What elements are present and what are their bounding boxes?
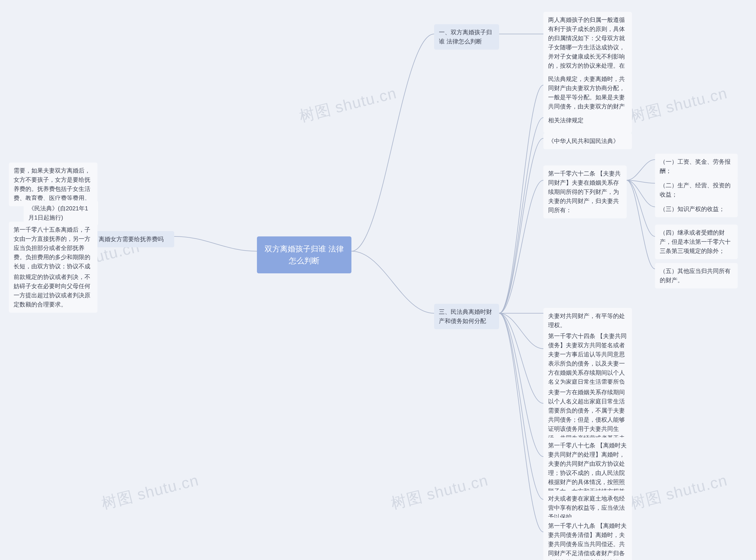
b2-leaf-1[interactable]: 需要，如果夫妻双方离婚后，女方不要孩子，女方是要给抚养费的。抚养费包括子女生活费… [9,162,98,206]
branch-1[interactable]: 一、双方离婚孩子归谁 法律怎么判断 [434,24,499,49]
b3-sub-4[interactable]: （四）继承或者受赠的财产，但是本法第一千零六十三条第三项规定的除外； [655,225,738,259]
watermark: 树图 shutu.cn [389,470,490,514]
b3-leaf-4[interactable]: 第一千零六十二条 【夫妻共同财产】夫妻在婚姻关系存续期间所得的下列财产，为夫妻的… [543,165,627,218]
b3-leaf-10[interactable]: 第一千零八十九条 【离婚时夫妻共同债务清偿】离婚时，夫妻共同债务应当共同偿还。共… [543,518,632,560]
b3-leaf-2[interactable]: 相关法律规定 [543,112,632,128]
branch-3[interactable]: 三、民法典离婚时财产和债务如何分配 [434,304,499,329]
mindmap-canvas: 树图 shutu.cn 树图 shutu.cn 树图 shutu.cn 树图 s… [0,0,756,560]
b3-sub-5[interactable]: （五）其他应当归共同所有的财产。 [655,263,738,288]
b3-sub-1[interactable]: （一）工资、奖金、劳务报酬； [655,154,738,179]
b3-sub-2[interactable]: （二）生产、经营、投资的收益； [655,177,738,203]
b3-sub-3[interactable]: （三）知识产权的收益； [655,201,738,217]
watermark: 树图 shutu.cn [100,470,201,514]
watermark: 树图 shutu.cn [628,83,730,127]
b3-leaf-3[interactable]: 《中华人民共和国民法典》 [543,133,632,149]
edge-layer [0,0,756,560]
watermark: 树图 shutu.cn [297,83,399,127]
root-node[interactable]: 双方离婚孩子归谁 法律怎么判断 [257,236,352,273]
b2-leaf-4[interactable]: 前款规定的协议或者判决，不妨碍子女在必要时向父母任何一方提出超过协议或者判决原定… [9,269,98,313]
watermark: 树图 shutu.cn [628,470,730,514]
